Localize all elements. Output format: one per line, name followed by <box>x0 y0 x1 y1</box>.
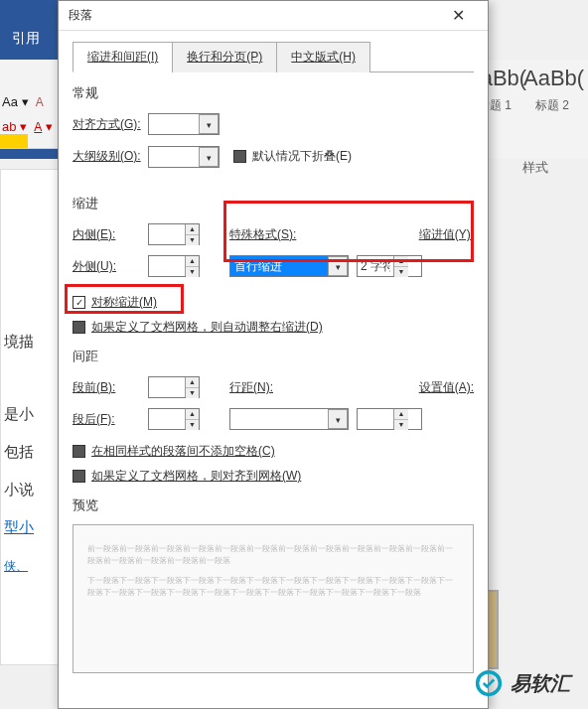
doc-link[interactable]: 型小 <box>4 518 34 537</box>
at-input[interactable] <box>358 409 393 429</box>
outside-input[interactable] <box>149 256 185 276</box>
style-label-2: 标题 2 <box>523 97 581 114</box>
highlight-swatch <box>0 134 28 148</box>
doc-text: 侠、 <box>4 556 28 575</box>
before-spinner[interactable]: ▲▼ <box>148 376 200 398</box>
outside-spinner[interactable]: ▲▼ <box>148 255 200 277</box>
ribbon-tab-references[interactable]: 引用 <box>12 30 40 48</box>
checkbox-icon <box>73 470 85 483</box>
paragraph-dialog: 段落 ✕ 缩进和间距(I) 换行和分页(P) 中文版式(H) 常规 对齐方式(G… <box>58 0 489 709</box>
checkbox-icon <box>233 150 246 163</box>
after-input[interactable] <box>149 409 185 429</box>
doc-text: 是小 <box>4 405 34 424</box>
spin-down-icon[interactable]: ▼ <box>394 420 408 430</box>
section-preview: 预览 <box>73 496 474 514</box>
spin-up-icon[interactable]: ▲ <box>186 377 199 388</box>
inside-spinner[interactable]: ▲▼ <box>148 223 200 245</box>
label-before: 段前(B): <box>73 379 148 396</box>
snap-to-grid-checkbox[interactable]: 如果定义了文档网格，则对齐到网格(W) <box>73 468 301 485</box>
tab-indent-spacing[interactable]: 缩进和间距(I) <box>73 42 173 72</box>
at-spinner[interactable]: ▲▼ <box>357 408 422 430</box>
tab-asian-typography[interactable]: 中文版式(H) <box>276 42 370 72</box>
highlight-button[interactable]: ab ▾ A ▾ <box>2 119 53 134</box>
watermark-logo: 易软汇 <box>475 669 570 697</box>
checkbox-icon: ✓ <box>73 296 85 309</box>
label-outside: 外侧(U): <box>73 258 148 275</box>
checkbox-icon <box>73 445 85 458</box>
label-special: 特殊格式(S): <box>229 226 299 243</box>
label-after: 段后(F): <box>73 411 148 428</box>
tab-line-page-breaks[interactable]: 换行和分页(P) <box>172 42 277 72</box>
style-sample-2[interactable]: AaBb( <box>523 66 581 91</box>
label-by: 缩进值(Y): <box>419 226 474 243</box>
dialog-tabs: 缩进和间距(I) 换行和分页(P) 中文版式(H) <box>73 41 474 72</box>
font-color-button[interactable]: Aa ▾ A <box>2 94 44 109</box>
spin-down-icon[interactable]: ▼ <box>394 267 408 277</box>
alignment-combo[interactable]: ▾ <box>148 113 220 135</box>
chevron-down-icon: ▾ <box>199 114 219 134</box>
outline-combo[interactable]: ▾ <box>148 146 220 168</box>
close-button[interactable]: ✕ <box>438 2 478 30</box>
label-outline: 大纲级别(O): <box>73 148 148 165</box>
doc-text: 包括 <box>4 443 34 462</box>
checkbox-icon <box>73 321 85 334</box>
section-general: 常规 <box>73 84 474 102</box>
no-space-same-style-checkbox[interactable]: 在相同样式的段落间不添加空格(C) <box>73 443 275 460</box>
doc-text: 小说 <box>4 481 34 499</box>
label-inside: 内侧(E): <box>73 226 148 243</box>
spin-up-icon[interactable]: ▲ <box>186 224 199 235</box>
spin-up-icon[interactable]: ▲ <box>394 256 408 267</box>
spin-up-icon[interactable]: ▲ <box>394 409 408 420</box>
label-at: 设置值(A): <box>419 379 474 396</box>
spin-up-icon[interactable]: ▲ <box>186 409 199 420</box>
dialog-title: 段落 <box>69 7 438 24</box>
before-input[interactable] <box>149 377 185 397</box>
spin-down-icon[interactable]: ▼ <box>186 267 199 277</box>
by-input[interactable] <box>358 256 393 276</box>
styles-section-label: 样式 <box>522 159 548 177</box>
special-format-combo[interactable]: 首行缩进▾ <box>229 255 349 277</box>
collapse-checkbox: 默认情况下折叠(E) <box>233 148 352 165</box>
after-spinner[interactable]: ▲▼ <box>148 408 200 430</box>
label-line-spacing: 行距(N): <box>229 379 299 396</box>
chevron-down-icon: ▾ <box>199 147 219 167</box>
preview-pane: 前一段落前一段落前一段落前一段落前一段落前一段落前一段落前一段落前一段落前一段落… <box>73 524 474 673</box>
section-spacing: 间距 <box>73 348 474 365</box>
spin-down-icon[interactable]: ▼ <box>186 235 199 245</box>
mirror-indent-checkbox[interactable]: ✓ 对称缩进(M) <box>73 294 157 311</box>
inside-input[interactable] <box>149 224 185 244</box>
doc-text: 境描 <box>4 333 34 352</box>
by-spinner[interactable]: ▲▼ <box>357 255 422 277</box>
gear-icon <box>475 669 503 697</box>
label-alignment: 对齐方式(G): <box>73 116 148 133</box>
auto-adjust-indent-checkbox[interactable]: 如果定义了文档网格，则自动调整右缩进(D) <box>73 319 323 336</box>
chevron-down-icon: ▾ <box>328 409 348 429</box>
chevron-down-icon: ▾ <box>328 256 348 276</box>
section-indent: 缩进 <box>73 195 474 213</box>
spin-down-icon[interactable]: ▼ <box>186 388 199 398</box>
spin-up-icon[interactable]: ▲ <box>186 256 199 267</box>
line-spacing-combo[interactable]: ▾ <box>229 408 349 430</box>
spin-down-icon[interactable]: ▼ <box>186 420 199 430</box>
